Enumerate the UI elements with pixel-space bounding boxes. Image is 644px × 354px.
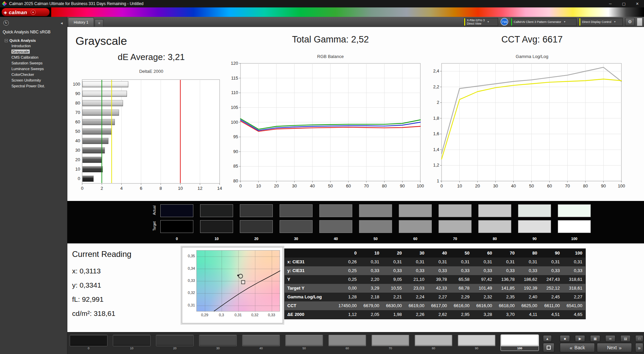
calman-menu-button[interactable]: ◈ calman ▼: [2, 8, 50, 16]
meter-count-badge[interactable]: 716: [501, 18, 508, 26]
table-cell: 0,26: [337, 258, 360, 266]
add-tab-button[interactable]: +: [95, 19, 103, 27]
table-cell: 3,70: [495, 310, 518, 319]
table-column-header: 20: [382, 249, 405, 258]
calman-logo-icon: ◈: [4, 10, 7, 15]
svg-text:12: 12: [197, 186, 202, 191]
gear-icon: ⚙: [628, 19, 632, 24]
collapse-sidebar-button[interactable]: ◄: [58, 21, 65, 25]
link-button[interactable]: ∞: [605, 335, 615, 342]
svg-text:30: 30: [493, 183, 498, 188]
target-swatch-40: [319, 220, 352, 233]
svg-text:85: 85: [233, 164, 238, 169]
svg-text:115: 115: [231, 76, 238, 81]
tree-expander-icon[interactable]: [5, 39, 8, 42]
next-button[interactable]: Next »: [597, 343, 632, 352]
pattern-button-0[interactable]: 0: [70, 335, 107, 351]
pattern-label: 100: [501, 346, 539, 351]
svg-text:0: 0: [239, 183, 242, 188]
pattern-label: 70: [372, 346, 409, 351]
minimize-button[interactable]: ─: [604, 0, 617, 7]
pattern-button-80[interactable]: 80: [415, 335, 452, 351]
svg-text:20: 20: [75, 157, 80, 162]
swatch-level-label: 40: [319, 236, 352, 241]
minimize-icon: ─: [609, 2, 612, 6]
svg-text:50: 50: [328, 183, 333, 188]
display-control-selector[interactable]: Direct Display Control ▼: [579, 18, 623, 26]
sidebar-item-spectral-power-dist-[interactable]: Spectral Power Dist.: [0, 83, 67, 89]
table-cell: 2,26: [405, 310, 427, 319]
settings-button[interactable]: ⚙: [625, 18, 635, 26]
svg-text:10: 10: [178, 186, 183, 191]
pattern-button-30[interactable]: 30: [199, 335, 237, 351]
sidebar-item-grayscale[interactable]: Grayscale: [0, 49, 67, 55]
layout-button[interactable]: □: [635, 335, 643, 342]
table-cell: 4,51: [540, 310, 563, 319]
pattern-swatch: [501, 335, 539, 346]
svg-text:1,4: 1,4: [433, 147, 439, 152]
table-column-header: 40: [427, 249, 450, 258]
table-row-label: Target Y: [285, 284, 337, 293]
sidebar-item-colorchecker[interactable]: ColorChecker: [0, 72, 67, 78]
table-cell: 42,33: [427, 284, 450, 293]
back-button[interactable]: « Back: [560, 343, 595, 352]
pattern-button-40[interactable]: 40: [242, 335, 280, 351]
table-cell: 6679,00: [360, 301, 382, 310]
pattern-button-10[interactable]: 10: [113, 335, 151, 351]
advance-button[interactable]: »: [635, 343, 643, 352]
pattern-up-button[interactable]: ▲: [543, 335, 552, 342]
refresh-button[interactable]: ↻: [3, 20, 9, 26]
play-button[interactable]: ▶: [575, 335, 585, 342]
stop-button[interactable]: ■: [560, 335, 570, 342]
save-button[interactable]: ▦: [590, 335, 600, 342]
close-button[interactable]: ✕: [631, 0, 644, 7]
table-column-header: 30: [405, 249, 427, 258]
table-cell: 0,31: [563, 258, 585, 266]
pattern-button-60[interactable]: 60: [328, 335, 366, 351]
svg-text:2: 2: [437, 100, 439, 105]
cie-y-tick-label: 0,34: [184, 266, 195, 270]
pattern-swatch: [113, 335, 151, 346]
sidebar-item-luminance-sweeps[interactable]: Luminance Sweeps: [0, 66, 67, 72]
sidebar-item-cms-calibration[interactable]: CMS Calibration: [0, 55, 67, 60]
table-cell: 0,31: [360, 258, 382, 266]
svg-text:10: 10: [75, 167, 80, 172]
swatch-level-label: 50: [359, 236, 392, 241]
pattern-window-button[interactable]: [543, 343, 554, 352]
table-row-label: x: CIE31: [285, 258, 337, 266]
window-icon: □: [638, 337, 640, 341]
table-row-label: Gamma Log/Log: [285, 293, 337, 301]
pattern-button-70[interactable]: 70: [372, 335, 409, 351]
cie-x-tick-label: 0,32: [250, 313, 260, 317]
sidebar-item-saturation-sweeps[interactable]: Saturation Sweeps: [0, 60, 67, 66]
table-cell: 0,25: [337, 275, 360, 284]
target-swatch-60: [399, 220, 432, 233]
chevrons-right-icon: »: [638, 345, 641, 350]
panel-toggle-handle[interactable]: [637, 18, 642, 26]
svg-text:70: 70: [565, 183, 570, 188]
save-icon: ▦: [593, 337, 597, 341]
tree-group-quick-analysis[interactable]: Quick Analysis: [0, 38, 67, 43]
pattern-button-20[interactable]: 20: [156, 335, 194, 351]
table-column-header: 90: [540, 249, 563, 258]
pattern-button-90[interactable]: 90: [458, 335, 495, 351]
svg-text:40: 40: [310, 183, 315, 188]
pattern-generator-accent: [511, 18, 512, 26]
pattern-button-100[interactable]: 100: [501, 335, 539, 351]
pattern-button-50[interactable]: 50: [285, 335, 323, 351]
pattern-generator-selector[interactable]: CalMAN Client 3 Pattern Generator ▼: [511, 18, 577, 26]
maximize-button[interactable]: ▢: [617, 0, 631, 7]
table-cell: 0,33: [405, 266, 427, 275]
tab-history-1[interactable]: History 1: [68, 18, 94, 27]
meter-selector[interactable]: X-Rite i1Pro 3 Direct View ▼: [464, 18, 498, 26]
grid-view-button[interactable]: ▤: [620, 335, 631, 342]
pattern-label: 30: [199, 346, 237, 351]
actual-swatch-80: [478, 204, 511, 217]
sidebar-item-screen-uniformity[interactable]: Screen Uniformity: [0, 78, 67, 83]
target-swatch-70: [439, 220, 472, 233]
calman-app-window: Calman 2025 Calman Ultimate for Business…: [0, 0, 644, 354]
sidebar-item-introduction[interactable]: Introduction: [0, 43, 67, 49]
display-control-name: Direct Display Control: [582, 20, 611, 24]
table-cell: 2,20: [360, 275, 382, 284]
table-cell: 6619,00: [405, 301, 427, 310]
